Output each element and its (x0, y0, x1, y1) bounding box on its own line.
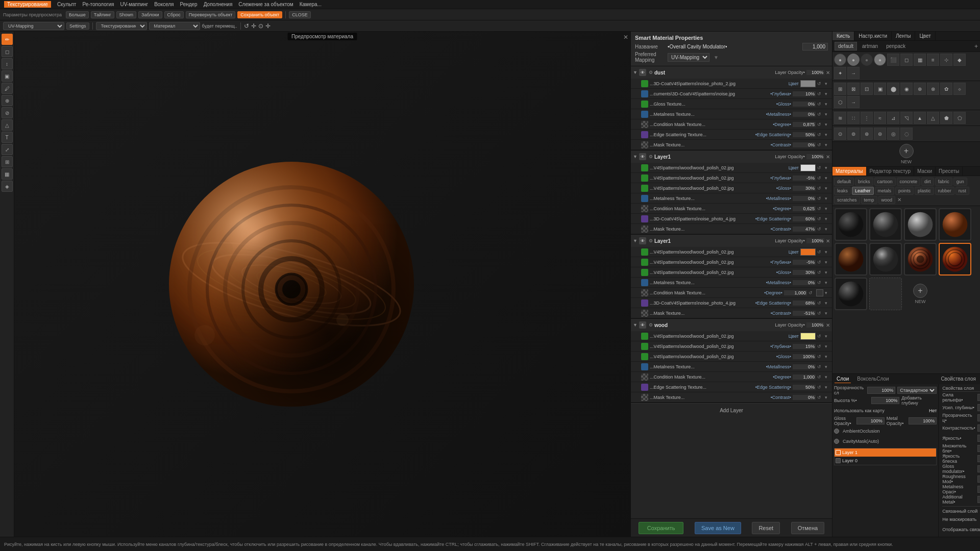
wood-val-2[interactable] (793, 344, 816, 349)
brush-tab-kist[interactable]: Кисть (832, 32, 854, 40)
dust-more-5[interactable]: ▾ (825, 122, 830, 127)
layer-header-dust[interactable]: ▼ 👁 ⚙ dust Layer Opacity• ✕ (631, 66, 832, 79)
l1-settings[interactable]: ⚙ (649, 154, 653, 159)
l2-more-1[interactable]: ▾ (825, 249, 830, 255)
mat-sub-points[interactable]: points (895, 187, 914, 195)
mat-sub-rubber[interactable]: rubber (935, 187, 954, 195)
preset-tab-artman[interactable]: artman (859, 42, 881, 50)
l2-more-4[interactable]: ▾ (825, 280, 830, 285)
l1-collapse[interactable]: ▼ (633, 154, 638, 159)
l2-undo-7[interactable]: ↺ (817, 311, 823, 316)
rp-val-7[interactable] (977, 455, 980, 462)
wood-undo-7[interactable]: ↺ (817, 395, 823, 400)
mat-sub-gun[interactable]: gun (953, 178, 967, 186)
brush-icon-25[interactable]: ⬤ (887, 83, 899, 95)
wood-val-4[interactable] (793, 364, 816, 369)
brush-icon-26[interactable]: ◉ (900, 83, 913, 95)
wood-close[interactable]: ✕ (826, 322, 830, 328)
brush-icon-42[interactable]: ∷ (847, 112, 860, 124)
l1-val-4[interactable] (793, 196, 816, 201)
dust-more-1[interactable]: ▾ (825, 81, 830, 86)
material-select[interactable]: Материал (149, 22, 200, 30)
prop-val-name[interactable] (867, 387, 895, 394)
dust-undo-3[interactable]: ↺ (817, 102, 823, 107)
wood-opacity-input[interactable] (806, 322, 824, 328)
l1-val-2[interactable] (793, 176, 816, 181)
mat-sub-default[interactable]: default (834, 178, 854, 186)
dust-val-5[interactable] (793, 122, 816, 127)
l1-more-2[interactable]: ▾ (825, 176, 830, 181)
viewport-close[interactable]: ✕ (623, 34, 628, 41)
l2-collapse[interactable]: ▼ (633, 238, 638, 243)
sloy-tab-voksel[interactable]: ВоксельСлои (855, 375, 891, 383)
add-layer-btn[interactable]: Add Layer (631, 403, 832, 417)
wood-val-7[interactable] (793, 395, 816, 400)
tool-extra[interactable]: ◈ (2, 181, 13, 192)
brush-icon-10[interactable]: ◆ (953, 54, 966, 66)
l2-more-5[interactable]: ▾ (825, 290, 830, 295)
brush-icon-21[interactable]: ⊞ (834, 83, 846, 95)
mat-sub-rust[interactable]: rust (955, 187, 969, 195)
l2-more-7[interactable]: ▾ (825, 311, 830, 316)
brush-icon-28[interactable]: ⊗ (927, 83, 939, 95)
brush-icon-54[interactable]: ⊜ (874, 128, 886, 140)
l2-val-2[interactable] (793, 260, 816, 265)
l2-close[interactable]: ✕ (826, 238, 830, 244)
l1-close[interactable]: ✕ (826, 154, 830, 160)
btn-save[interactable]: Сохранить (639, 522, 684, 534)
brush-icon-32[interactable]: → (847, 96, 860, 108)
l1-undo-3[interactable]: ↺ (817, 186, 823, 191)
tool-brush[interactable]: ✏ (2, 34, 13, 45)
menu-render[interactable]: Рендер (180, 2, 197, 7)
brush-icon-11[interactable]: ✦ (834, 67, 846, 79)
layer-item-0[interactable]: Layer 0 (835, 457, 936, 465)
btn-close[interactable]: CLOSE (289, 11, 311, 18)
prop-val-height[interactable] (871, 397, 899, 404)
mat-sub-scratches[interactable]: scratches (834, 196, 860, 204)
nav-icon-1[interactable]: ↺ (244, 22, 249, 30)
wood-more-7[interactable]: ▾ (825, 395, 830, 400)
btn-bolshe[interactable]: Больше (66, 11, 89, 18)
wood-color-1[interactable] (800, 333, 816, 340)
l2-undo-4[interactable]: ↺ (817, 280, 823, 285)
tool-shape[interactable]: △ (2, 119, 13, 131)
mat-sub-plastic[interactable]: plastic (915, 187, 934, 195)
l2-undo-6[interactable]: ↺ (817, 300, 823, 306)
dust-opacity-input[interactable] (806, 70, 824, 75)
brush-icon-nav[interactable]: → (847, 67, 860, 79)
brush-icon-41[interactable]: ≋ (834, 112, 846, 124)
dust-val-6[interactable] (793, 132, 816, 137)
l2-more-6[interactable]: ▾ (825, 300, 830, 306)
l1-val-3[interactable] (793, 186, 816, 191)
l2-more-3[interactable]: ▾ (825, 270, 830, 275)
brush-icon-56[interactable]: ◌ (900, 128, 913, 140)
brush-tab-lenty[interactable]: Ленты (892, 32, 915, 40)
dust-collapse[interactable]: ▼ (633, 70, 638, 75)
rp-val-5[interactable] (977, 435, 980, 442)
mat-sphere-7[interactable] (904, 243, 937, 276)
dust-val-7[interactable] (793, 142, 816, 147)
wood-undo-2[interactable]: ↺ (817, 344, 823, 349)
mat-tab-masks[interactable]: Маски (914, 167, 936, 176)
dust-val-2[interactable] (793, 91, 816, 96)
layer-header-wood[interactable]: ▼ 👁 ⚙ wood Layer Opacity• ✕ (631, 319, 832, 331)
brush-icon-6[interactable]: ◻ (900, 54, 913, 66)
tool-erase[interactable]: ⊘ (2, 107, 13, 118)
layer-header-2[interactable]: ▼ 👁 ⚙ Layer1 Layer Opacity• ✕ (631, 235, 832, 247)
wood-collapse[interactable]: ▼ (633, 322, 638, 328)
cavity-toggle[interactable] (834, 439, 839, 444)
mat-sphere-8[interactable] (939, 243, 971, 276)
brush-icon-7[interactable]: ▦ (914, 54, 926, 66)
tool-grid[interactable]: ⊞ (2, 156, 13, 167)
dust-more-3[interactable]: ▾ (825, 102, 830, 107)
l2-undo-5[interactable]: ↺ (808, 290, 815, 295)
smp-number-input[interactable] (802, 43, 828, 51)
mat-sphere-1[interactable] (835, 208, 867, 241)
l1-more-4[interactable]: ▾ (825, 196, 830, 201)
l2-val-7[interactable] (793, 311, 816, 316)
menu-addons[interactable]: Дополнения (204, 2, 233, 7)
mat-sub-close[interactable]: ✕ (896, 196, 902, 204)
wood-undo-4[interactable]: ↺ (817, 364, 823, 369)
brush-icon-52[interactable]: ⊚ (847, 128, 860, 140)
mat-sub-fabric[interactable]: fabric (935, 178, 952, 186)
